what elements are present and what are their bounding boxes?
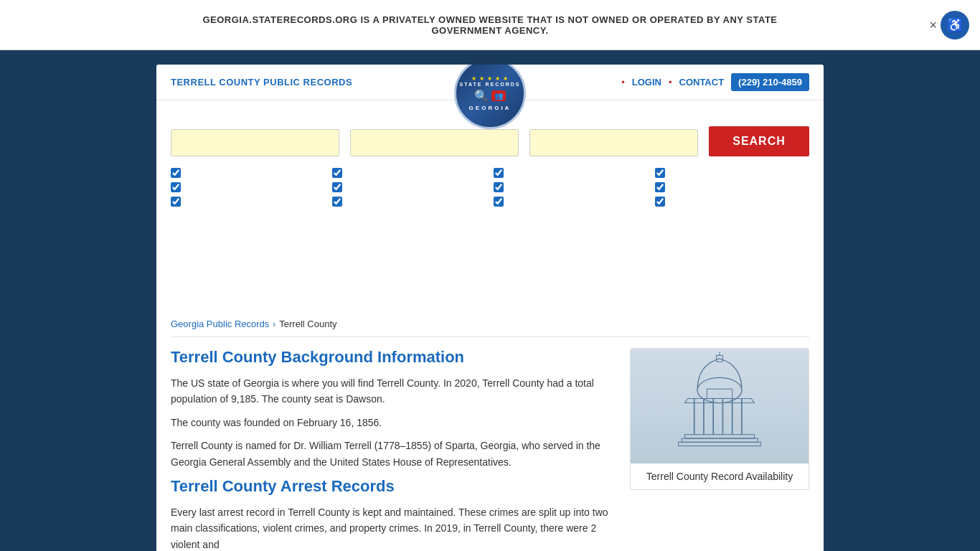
breadcrumb: Georgia Public Records › Terrell County <box>171 311 809 337</box>
checkbox-3[interactable] <box>655 168 665 178</box>
content-main: Terrell County Background Information Th… <box>171 348 616 551</box>
checkbox-item: Unclaimed Assets <box>494 196 648 207</box>
checkbox-item: Criminal Records <box>171 182 325 192</box>
checkbox-item: Vital Records <box>655 167 809 178</box>
checkbox-item: Liens & Judgments <box>332 182 486 192</box>
first-name-label: First Name:* <box>171 115 339 126</box>
checkbox-10[interactable] <box>494 197 504 207</box>
background-body3: Terrell County is named for Dr. William … <box>171 438 616 470</box>
checkbox-2[interactable] <box>494 168 504 178</box>
banner-close-button[interactable]: × <box>929 17 937 32</box>
checkbox-item: Bankruptcies <box>332 167 486 178</box>
breadcrumb-parent-link[interactable]: Georgia Public Records <box>171 319 269 329</box>
header-top: TERRELL COUNTY PUBLIC RECORDS ★ ★ ★ ★ ★ … <box>156 65 824 100</box>
nav-dot-2: • <box>669 77 672 88</box>
phone-button[interactable]: (229) 210-4859 <box>731 73 809 91</box>
svg-marker-8 <box>684 398 754 402</box>
svg-rect-1 <box>707 389 732 398</box>
city-group: City: <box>529 115 698 156</box>
contact-link[interactable]: CONTACT <box>679 77 725 88</box>
checkbox-8[interactable] <box>171 197 181 207</box>
banner-text: GEORGIA.STATERECORDS.ORG IS A PRIVATELY … <box>167 14 813 36</box>
checkbox-label-1: Bankruptcies <box>347 167 400 178</box>
arrest-body: Every last arrest record in Terrell Coun… <box>171 504 616 551</box>
checkbox-section: Arrest RecordsBankruptciesProperty Recor… <box>171 167 809 207</box>
nav-links: • LOGIN • CONTACT (229) 210-4859 <box>621 73 809 91</box>
sidebar-card-title: Terrell County Record Availability <box>631 463 809 489</box>
breadcrumb-current: Terrell County <box>279 319 336 329</box>
people-icon: 👥 <box>491 90 506 101</box>
checkbox-label-2: Property Records <box>508 167 580 178</box>
svg-rect-11 <box>679 442 761 446</box>
checkbox-label-7: Registered Licenses <box>669 182 754 192</box>
arrest-title: Terrell County Arrest Records <box>171 477 616 496</box>
top-banner: GEORGIA.STATERECORDS.ORG IS A PRIVATELY … <box>0 0 980 50</box>
checkbox-6[interactable] <box>494 182 504 192</box>
checkbox-4[interactable] <box>171 182 181 192</box>
checkbox-item: Business Ownership <box>494 182 648 192</box>
background-title: Terrell County Background Information <box>171 348 616 367</box>
first-name-input[interactable] <box>171 129 339 156</box>
page-wrapper: TERRELL COUNTY PUBLIC RECORDS ★ ★ ★ ★ ★ … <box>0 50 980 551</box>
building-icon <box>655 352 784 460</box>
checkbox-item: Contact Details <box>655 196 809 207</box>
checkbox-label-4: Criminal Records <box>185 182 257 192</box>
login-link[interactable]: LOGIN <box>632 77 661 88</box>
checkbox-5[interactable] <box>332 182 342 192</box>
city-label: City: <box>529 115 698 126</box>
checkbox-label-3: Vital Records <box>669 167 725 178</box>
logo-stars: ★ ★ ★ ★ ★ <box>471 75 509 82</box>
checkbox-label-0: Arrest Records <box>185 167 248 178</box>
nav-dot-1: • <box>621 77 625 88</box>
content-area: Georgia Public Records › Terrell County … <box>156 301 824 551</box>
svg-rect-10 <box>682 438 758 442</box>
checkbox-9[interactable] <box>332 197 342 207</box>
sidebar-building-image <box>631 349 809 463</box>
checkbox-item: Property Records <box>494 167 648 178</box>
checkbox-item: Arrest Records <box>171 167 325 178</box>
breadcrumb-separator: › <box>273 319 275 329</box>
checkbox-item: Jail & Inmate Records <box>171 196 325 207</box>
logo-container: ★ ★ ★ ★ ★ STATE RECORDS 🔍 👥 GEORGIA <box>454 65 526 129</box>
sidebar-card: Terrell County Record Availability <box>630 348 809 490</box>
disclaimer: Georgia.StateRecords.org is not a consum… <box>171 217 809 286</box>
terms-link[interactable]: Terms of Service <box>607 240 671 250</box>
checkbox-7[interactable] <box>655 182 665 192</box>
checkbox-label-9: Traffic Violations <box>347 196 415 207</box>
content-sidebar: Terrell County Record Availability <box>630 348 809 551</box>
logo-top-text: STATE RECORDS <box>460 82 521 87</box>
logo-bottom-text: GEORGIA <box>469 105 512 111</box>
header-card: TERRELL COUNTY PUBLIC RECORDS ★ ★ ★ ★ ★ … <box>156 65 824 551</box>
checkbox-1[interactable] <box>332 168 342 178</box>
search-section: First Name:* Last Name:* City: SEARCH <box>156 100 824 301</box>
checkbox-11[interactable] <box>655 197 665 207</box>
checkbox-item: Registered Licenses <box>655 182 809 192</box>
first-name-group: First Name:* <box>171 115 339 156</box>
search-icon: 🔍 <box>474 89 489 103</box>
checkbox-label-10: Unclaimed Assets <box>508 196 582 207</box>
search-button[interactable]: SEARCH <box>709 126 809 156</box>
checkbox-label-6: Business Ownership <box>508 182 593 192</box>
city-input[interactable] <box>529 129 698 156</box>
checkbox-0[interactable] <box>171 168 181 178</box>
svg-rect-9 <box>684 435 754 438</box>
last-name-input[interactable] <box>350 129 519 156</box>
accessibility-button[interactable]: ♿ <box>941 11 969 39</box>
site-title: TERRELL COUNTY PUBLIC RECORDS <box>171 77 352 88</box>
accessibility-icon: ♿ <box>947 17 963 33</box>
logo: ★ ★ ★ ★ ★ STATE RECORDS 🔍 👥 GEORGIA <box>454 65 526 129</box>
main-container: TERRELL COUNTY PUBLIC RECORDS ★ ★ ★ ★ ★ … <box>146 65 834 551</box>
background-body1: The US state of Georgia is where you wil… <box>171 375 616 408</box>
checkbox-item: Traffic Violations <box>332 196 486 207</box>
content-layout: Terrell County Background Information Th… <box>171 348 809 551</box>
checkbox-label-8: Jail & Inmate Records <box>185 196 276 207</box>
checkbox-label-11: Contact Details <box>669 196 732 207</box>
logo-icons: 🔍 👥 <box>474 89 506 103</box>
checkbox-label-5: Liens & Judgments <box>347 182 426 192</box>
background-body2: The county was founded on February 16, 1… <box>171 415 616 430</box>
